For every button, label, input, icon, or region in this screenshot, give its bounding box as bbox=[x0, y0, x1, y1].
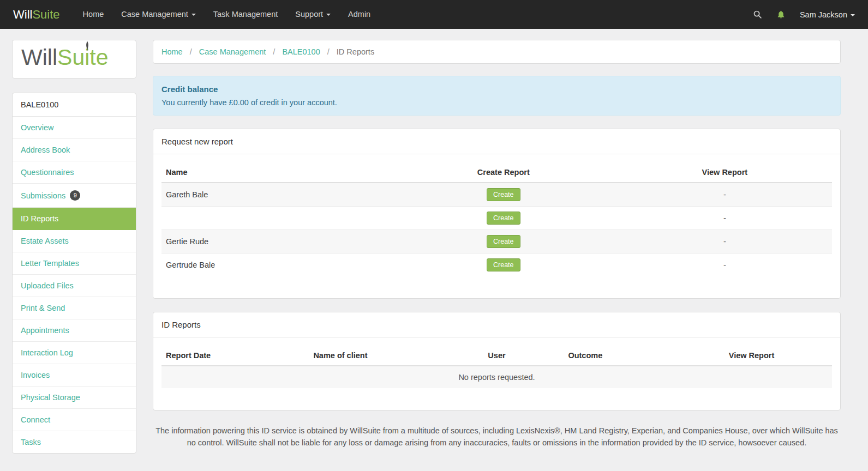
sidebar-item-label: Print & Send bbox=[21, 304, 65, 312]
sidebar-item-label: Tasks bbox=[21, 438, 41, 446]
empty-state-message: No reports requested. bbox=[161, 366, 832, 388]
sidebar-item-uploaded-files[interactable]: Uploaded Files bbox=[13, 275, 136, 297]
client-name: Gertie Rude bbox=[161, 230, 390, 253]
breadcrumb-home[interactable]: Home bbox=[161, 47, 183, 56]
id-service-disclaimer: The information powering this ID service… bbox=[154, 425, 839, 449]
sidebar-item-estate-assets[interactable]: Estate Assets bbox=[13, 230, 136, 252]
column-header-create-report: Create Report bbox=[390, 162, 618, 183]
sidebar-logo-card: WillSuite bbox=[12, 40, 136, 78]
top-navbar: WillSuite Home Case Management Task Mana… bbox=[0, 0, 868, 29]
panel-title: ID Reports bbox=[153, 312, 840, 337]
case-reference: BALE0100 bbox=[13, 93, 136, 117]
sidebar-item-label: Connect bbox=[21, 415, 50, 424]
brand-part-will: Will bbox=[13, 8, 32, 21]
logo-part-suite: Suite bbox=[57, 45, 108, 70]
sidebar-item-id-reports[interactable]: ID Reports bbox=[13, 208, 136, 230]
nav-item-support[interactable]: Support bbox=[286, 0, 339, 29]
sidebar-item-overview[interactable]: Overview bbox=[13, 117, 136, 139]
column-header-outcome: Outcome bbox=[564, 346, 671, 366]
nav-item-case-management-label: Case Management bbox=[121, 10, 188, 19]
sidebar-item-letter-templates[interactable]: Letter Templates bbox=[13, 252, 136, 275]
sidebar-item-address-book[interactable]: Address Book bbox=[13, 139, 136, 161]
sidebar-item-label: Estate Assets bbox=[21, 237, 69, 245]
sidebar-item-appointments[interactable]: Appointments bbox=[13, 319, 136, 342]
sidebar-item-submissions[interactable]: Submissions9 bbox=[13, 184, 136, 208]
quill-icon bbox=[85, 41, 90, 51]
sidebar-item-label: Address Book bbox=[21, 146, 70, 154]
chevron-down-icon bbox=[326, 14, 331, 16]
column-header-name: Name bbox=[161, 162, 390, 183]
sidebar-item-connect[interactable]: Connect bbox=[13, 409, 136, 431]
sidebar-logo: WillSuite bbox=[21, 44, 108, 71]
credit-balance-alert: Credit balance You currently have £0.00 … bbox=[153, 76, 841, 116]
alert-title: Credit balance bbox=[161, 84, 832, 94]
panel-title: Request new report bbox=[153, 129, 840, 154]
sidebar-item-label: Appointments bbox=[21, 326, 69, 335]
table-row: Gertrude Bale Create - bbox=[161, 253, 832, 277]
sidebar-item-label: Overview bbox=[21, 123, 53, 132]
submissions-count-badge: 9 bbox=[70, 190, 80, 201]
sidebar-item-label: Submissions bbox=[21, 191, 65, 200]
chevron-down-icon bbox=[191, 14, 196, 16]
user-menu[interactable]: Sam Jackson bbox=[800, 10, 855, 19]
notifications-bell-icon[interactable] bbox=[776, 10, 786, 19]
alert-message: You currently have £0.00 of credit in yo… bbox=[161, 98, 832, 107]
breadcrumb-case-ref[interactable]: BALE0100 bbox=[282, 47, 320, 56]
client-name: Gareth Bale bbox=[161, 183, 390, 207]
navbar-right: Sam Jackson bbox=[753, 10, 855, 19]
nav-item-case-management[interactable]: Case Management bbox=[112, 0, 205, 29]
view-report-cell: - bbox=[618, 230, 832, 253]
sidebar-item-label: Questionnaires bbox=[21, 168, 74, 177]
sidebar-item-physical-storage[interactable]: Physical Storage bbox=[13, 387, 136, 409]
sidebar-item-tasks[interactable]: Tasks bbox=[13, 431, 136, 453]
request-new-report-panel: Request new report Name Create Report Vi… bbox=[153, 129, 841, 299]
id-reports-table: Report Date Name of client User Outcome … bbox=[161, 346, 832, 388]
sidebar-item-interaction-log[interactable]: Interaction Log bbox=[13, 342, 136, 364]
client-name: Gertrude Bale bbox=[161, 253, 390, 277]
breadcrumb-case-management[interactable]: Case Management bbox=[199, 47, 266, 56]
table-row: Gareth Bale Create - bbox=[161, 183, 832, 207]
create-report-button[interactable]: Create bbox=[487, 258, 520, 271]
sidebar-item-invoices[interactable]: Invoices bbox=[13, 364, 136, 387]
nav-item-admin[interactable]: Admin bbox=[339, 0, 379, 29]
case-navigation: BALE0100 Overview Address Book Questionn… bbox=[12, 93, 136, 454]
client-name bbox=[161, 207, 390, 230]
nav-item-support-label: Support bbox=[295, 10, 323, 19]
view-report-cell: - bbox=[618, 207, 832, 230]
sidebar: WillSuite BALE0100 Overview Address Book… bbox=[12, 40, 136, 454]
sidebar-item-label: Interaction Log bbox=[21, 348, 73, 357]
empty-state-row: No reports requested. bbox=[161, 366, 832, 388]
column-header-user: User bbox=[430, 346, 564, 366]
navbar-menu: Home Case Management Task Management Sup… bbox=[74, 0, 380, 29]
create-report-button[interactable]: Create bbox=[487, 212, 520, 225]
table-row: Gertie Rude Create - bbox=[161, 230, 832, 253]
sidebar-item-label: Uploaded Files bbox=[21, 281, 74, 290]
logo-part-will: Will bbox=[21, 45, 57, 70]
column-header-name-of-client: Name of client bbox=[309, 346, 429, 366]
create-report-button[interactable]: Create bbox=[487, 235, 520, 248]
navbar-brand[interactable]: WillSuite bbox=[13, 8, 60, 22]
sidebar-item-questionnaires[interactable]: Questionnaires bbox=[13, 161, 136, 184]
chevron-down-icon bbox=[851, 14, 855, 16]
column-header-view-report: View Report bbox=[618, 162, 832, 183]
sidebar-item-print-and-send[interactable]: Print & Send bbox=[13, 297, 136, 319]
create-report-button[interactable]: Create bbox=[487, 188, 520, 201]
sidebar-item-label: Invoices bbox=[21, 371, 50, 379]
sidebar-item-label: Physical Storage bbox=[21, 393, 80, 402]
view-report-cell: - bbox=[618, 183, 832, 207]
search-icon[interactable] bbox=[753, 10, 762, 19]
nav-item-task-management[interactable]: Task Management bbox=[205, 0, 286, 29]
sidebar-item-label: ID Reports bbox=[21, 214, 58, 223]
main-content: Home / Case Management / BALE0100 / ID R… bbox=[153, 40, 841, 449]
nav-item-home[interactable]: Home bbox=[74, 0, 113, 29]
breadcrumb-separator: / bbox=[327, 47, 330, 56]
id-reports-panel: ID Reports Report Date Name of client Us… bbox=[153, 312, 841, 410]
breadcrumb-current-page: ID Reports bbox=[337, 47, 374, 56]
column-header-view-report: View Report bbox=[671, 346, 832, 366]
user-name: Sam Jackson bbox=[800, 10, 847, 19]
table-row: Create - bbox=[161, 207, 832, 230]
breadcrumb-separator: / bbox=[190, 47, 192, 56]
sidebar-item-label: Letter Templates bbox=[21, 259, 79, 268]
view-report-cell: - bbox=[618, 253, 832, 277]
request-report-table: Name Create Report View Report Gareth Ba… bbox=[161, 162, 832, 276]
